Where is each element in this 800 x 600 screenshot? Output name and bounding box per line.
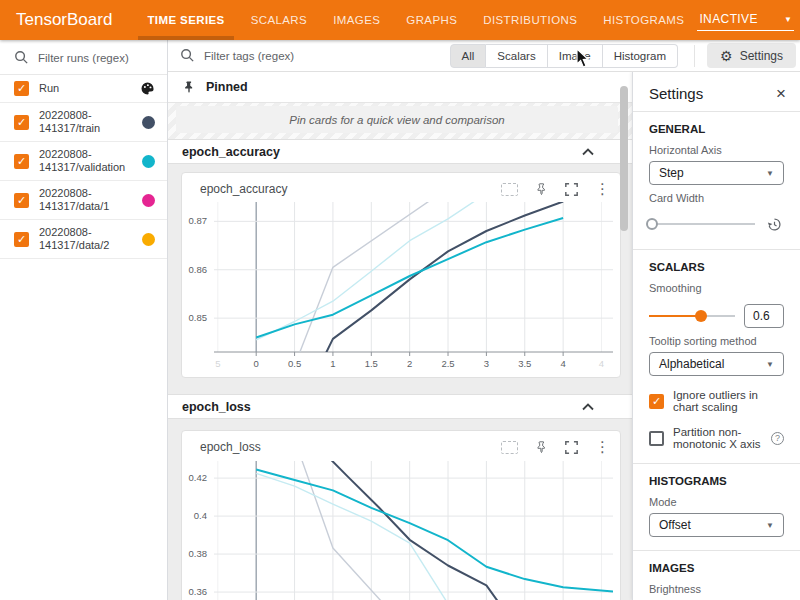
plugin-filter-group: All Scalars Image Histogram [450, 44, 679, 68]
slider-thumb[interactable] [695, 310, 707, 322]
svg-text:0.36: 0.36 [189, 586, 208, 597]
more-options-icon[interactable]: ⋮ [595, 442, 610, 452]
tag-filter-input[interactable] [204, 50, 404, 62]
settings-panel: Settings × GENERAL Horizontal Axis Step … [632, 72, 800, 600]
filter-all-button[interactable]: All [450, 44, 487, 68]
smoothing-value-input[interactable] [744, 304, 784, 328]
svg-text:3.5: 3.5 [518, 358, 531, 369]
chart-card-epoch-loss: epoch_loss ⋮ 0.360.380.40.4200.511.522.5… [181, 430, 621, 600]
ignore-outliers-row[interactable]: ✓ Ignore outliers in chart scaling [649, 389, 784, 413]
chevron-up-icon[interactable] [582, 403, 594, 411]
chart-title: epoch_accuracy [200, 182, 287, 196]
histogram-mode-select[interactable]: Offset ▼ [649, 513, 784, 537]
tab-distributions[interactable]: DISTRIBUTIONS [470, 0, 590, 40]
svg-text:1: 1 [330, 358, 335, 369]
filter-image-button[interactable]: Image [548, 44, 603, 68]
close-icon[interactable]: × [776, 87, 786, 101]
gear-icon: ⚙ [720, 48, 733, 64]
ignore-outliers-checkbox[interactable]: ✓ [649, 394, 664, 409]
epoch-accuracy-line-chart[interactable]: 0.850.860.8700.511.522.533.5454 [182, 196, 621, 374]
card-width-slider[interactable] [649, 217, 755, 231]
tab-scalars[interactable]: SCALARS [238, 0, 321, 40]
tab-time-series[interactable]: TIME SERIES [134, 0, 237, 40]
section-heading: IMAGES [649, 562, 784, 574]
run-color-dot [142, 233, 155, 246]
epoch-loss-line-chart[interactable]: 0.360.380.40.4200.511.522.533.5454 [182, 454, 621, 600]
chevron-down-icon: ▼ [766, 169, 774, 178]
tag-filter-toolbar: All Scalars Image Histogram ⚙ Settings [168, 40, 800, 72]
section-title: epoch_accuracy [182, 145, 280, 159]
reload-status-select[interactable]: INACTIVE ▼ [697, 9, 794, 31]
svg-text:4: 4 [560, 358, 565, 369]
cards-area: Pinned Pin cards for a quick view and co… [168, 72, 632, 600]
svg-text:3: 3 [484, 358, 489, 369]
svg-text:1.5: 1.5 [365, 358, 378, 369]
smoothing-slider[interactable] [649, 309, 735, 323]
tab-histograms[interactable]: HISTOGRAMS [590, 0, 697, 40]
svg-text:2: 2 [407, 358, 412, 369]
partition-x-axis-row[interactable]: Partition non-monotonic X axis ? [649, 426, 784, 450]
pin-outline-icon[interactable] [535, 440, 548, 454]
run-checkbox[interactable]: ✓ [14, 115, 29, 130]
fullscreen-icon[interactable] [565, 441, 578, 454]
svg-text:4: 4 [599, 358, 604, 369]
partition-x-axis-checkbox[interactable] [649, 431, 664, 446]
run-row[interactable]: ✓ 20220808-141317/data/2 [0, 220, 167, 259]
svg-text:0.87: 0.87 [189, 215, 208, 226]
more-options-icon[interactable]: ⋮ [595, 184, 610, 194]
svg-text:5: 5 [215, 358, 220, 369]
section-heading: SCALARS [649, 261, 784, 273]
header-actions: INACTIVE ▼ ↻ ⚙ ? [697, 9, 800, 31]
filter-scalars-button[interactable]: Scalars [486, 44, 547, 68]
run-label: 20220808-141317/data/1 [39, 187, 133, 213]
select-all-runs-checkbox[interactable]: ✓ [14, 81, 29, 96]
pin-outline-icon[interactable] [535, 182, 548, 196]
brightness-label: Brightness [649, 583, 784, 595]
run-row[interactable]: ✓ 20220808-141317/validation [0, 142, 167, 181]
chevron-down-icon: ▼ [766, 360, 774, 369]
app-header: TensorBoard TIME SERIES SCALARS IMAGES G… [0, 0, 800, 40]
runs-filter-input[interactable] [38, 52, 148, 64]
slider-thumb[interactable] [646, 218, 658, 230]
horizontal-axis-select[interactable]: Step ▼ [649, 161, 784, 185]
chevron-up-icon[interactable] [582, 148, 594, 156]
pinned-header: Pinned [168, 72, 632, 103]
runs-column-label: Run [39, 82, 133, 95]
card-header: epoch_accuracy ⋮ [182, 173, 620, 196]
chart-card-epoch-accuracy: epoch_accuracy ⋮ 0.850.860.8700.511.522.… [181, 172, 621, 378]
run-checkbox[interactable]: ✓ [14, 193, 29, 208]
settings-section-scalars: SCALARS Smoothing Tooltip sorting method… [633, 250, 800, 463]
run-checkbox[interactable]: ✓ [14, 232, 29, 247]
filter-histogram-button[interactable]: Histogram [603, 44, 678, 68]
run-row[interactable]: ✓ 20220808-141317/train [0, 103, 167, 142]
settings-section-images: IMAGES Brightness Contrast [633, 551, 800, 600]
svg-text:0.4: 0.4 [194, 510, 207, 521]
palette-icon[interactable] [140, 81, 155, 96]
run-row[interactable]: ✓ 20220808-141317/data/1 [0, 181, 167, 220]
fit-to-data-icon[interactable] [501, 441, 518, 454]
settings-button[interactable]: ⚙ Settings [707, 43, 796, 68]
help-icon[interactable]: ? [771, 432, 784, 445]
run-checkbox[interactable]: ✓ [14, 154, 29, 169]
top-nav: TIME SERIES SCALARS IMAGES GRAPHS DISTRI… [134, 0, 697, 40]
run-color-dot [142, 116, 155, 129]
chevron-down-icon: ▼ [784, 15, 792, 24]
reset-icon[interactable] [764, 214, 784, 234]
tab-images[interactable]: IMAGES [320, 0, 393, 40]
fullscreen-icon[interactable] [565, 183, 578, 196]
tooltip-sorting-select[interactable]: Alphabetical ▼ [649, 352, 784, 376]
pinned-empty-area: Pin cards for a quick view and compariso… [168, 103, 632, 139]
tab-graphs[interactable]: GRAPHS [393, 0, 470, 40]
mode-label: Mode [649, 496, 784, 508]
vertical-scrollbar[interactable] [620, 86, 628, 231]
run-color-dot [142, 194, 155, 207]
svg-text:0.42: 0.42 [189, 472, 208, 483]
settings-panel-title: Settings [649, 85, 703, 102]
smoothing-label: Smoothing [649, 282, 784, 294]
search-icon [14, 50, 29, 65]
fit-to-data-icon[interactable] [501, 183, 518, 196]
search-icon [180, 48, 195, 63]
svg-text:0.5: 0.5 [288, 358, 301, 369]
section-header-epoch-loss[interactable]: epoch_loss [168, 394, 632, 419]
section-header-epoch-accuracy[interactable]: epoch_accuracy [168, 139, 632, 164]
